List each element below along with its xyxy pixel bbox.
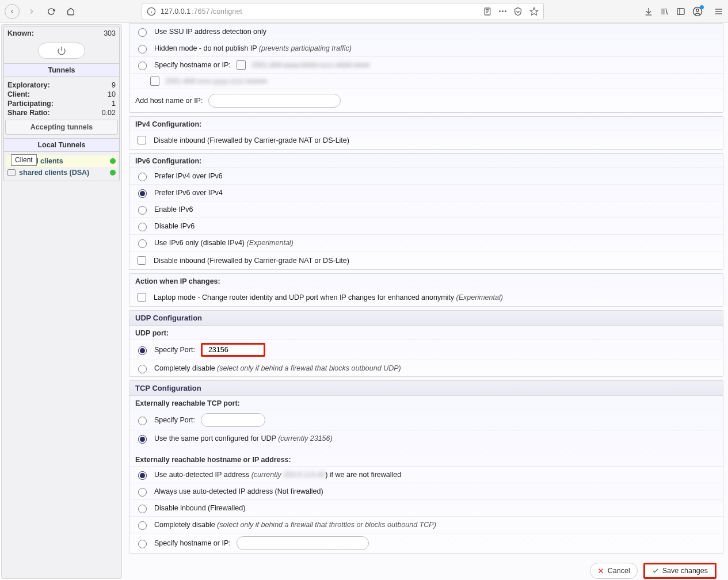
opt-enable6[interactable]: Enable IPv6 xyxy=(129,201,723,217)
save-button[interactable]: Save changes xyxy=(643,563,716,579)
tcp-ext-port-label: Externally reachable TCP port: xyxy=(129,396,723,410)
cancel-button[interactable]: Cancel xyxy=(590,563,638,579)
row-ratio: Share Ratio: 0.02 xyxy=(6,108,117,117)
reader-icon[interactable] xyxy=(483,7,492,16)
opt-tcp-always-auto[interactable]: Always use auto-detected IP address (Not… xyxy=(129,483,723,499)
add-host-input[interactable] xyxy=(208,94,341,108)
home-button[interactable] xyxy=(63,4,78,19)
local-tunnel-link-2[interactable]: shared clients (DSA) xyxy=(19,169,89,177)
status-dot-icon xyxy=(110,158,116,164)
radio-tcp-auto[interactable] xyxy=(138,471,147,480)
page-actions-icon[interactable] xyxy=(499,10,506,12)
radio-tcp-specify-port[interactable] xyxy=(138,417,147,425)
radio-tcp-same-udp[interactable] xyxy=(138,435,147,444)
bookmark-star-icon[interactable] xyxy=(529,7,539,16)
udp-heading: UDP Configuration xyxy=(129,311,723,326)
radio-tcp-disable-inbound[interactable] xyxy=(138,505,147,513)
blurred-ip: 203.0.113.42 xyxy=(283,471,325,479)
row-client: Client: 10 xyxy=(6,90,117,99)
opt-only6[interactable]: Use IPv6 only (disable IPv4) (Experiment… xyxy=(129,234,723,251)
opt-tcp-completely-disable[interactable]: Completely disable (select only if behin… xyxy=(129,516,723,533)
back-button[interactable] xyxy=(5,4,20,19)
row-exploratory: Exploratory: 9 xyxy=(6,81,117,90)
tunnel-icon xyxy=(7,169,16,176)
udp-port-input[interactable] xyxy=(201,343,265,357)
opt-udp-disable[interactable]: Completely disable (select only if behin… xyxy=(129,360,723,376)
checkbox-ipv4-disable-inbound[interactable] xyxy=(138,136,146,144)
local-tunnel-link-1[interactable]: d clients xyxy=(34,157,63,165)
radio-enable6[interactable] xyxy=(138,206,147,215)
cancel-label: Cancel xyxy=(608,567,630,575)
opt-tcp-disable-inbound[interactable]: Disable inbound (Firewalled) xyxy=(129,499,723,516)
radio-only6[interactable] xyxy=(138,239,147,248)
label-enable6: Enable IPv6 xyxy=(154,205,193,213)
sidebar: Known: 303 Tunnels Exploratory: 9 Client… xyxy=(1,24,122,579)
menu-icon[interactable] xyxy=(714,7,723,16)
radio-disable6[interactable] xyxy=(138,223,147,231)
opt-tcp-auto[interactable]: Use auto-detected IP address (currently … xyxy=(129,466,723,483)
opt-tcp-specify-host[interactable]: Specify hostname or IP: xyxy=(129,533,723,553)
opt-tcp-specify-port[interactable]: Specify Port: xyxy=(129,410,723,430)
row-participating: Participating: 1 xyxy=(6,99,117,108)
tcp-host-input[interactable] xyxy=(237,536,369,550)
section-ipv6: IPv6 Configuration: Prefer IPv4 over IPv… xyxy=(129,153,723,270)
radio-tcp-completely-disable[interactable] xyxy=(138,521,147,530)
radio-hidden-mode[interactable] xyxy=(138,45,147,54)
opt-ipv6-disable-inbound[interactable]: Disable inbound (Firewalled by Carrier-g… xyxy=(129,251,723,269)
label-tcp-specify-host: Specify hostname or IP: xyxy=(154,539,231,547)
checkbox-host1[interactable] xyxy=(237,60,246,70)
opt-disable6[interactable]: Disable IPv6 xyxy=(129,217,723,234)
status-dot-icon xyxy=(110,170,116,175)
power-button[interactable] xyxy=(38,43,85,59)
label-ssu-only: Use SSU IP address detection only xyxy=(154,28,266,36)
opt-udp-specify[interactable]: Specify Port: xyxy=(129,339,723,360)
radio-ssu-only[interactable] xyxy=(138,28,147,37)
opt-tcp-same-udp[interactable]: Use the same port configured for UDP (cu… xyxy=(129,430,723,447)
radio-tcp-always-auto[interactable] xyxy=(138,488,147,497)
opt-pref4[interactable]: Prefer IPv4 over IPv6 xyxy=(129,167,723,184)
opt-laptop-mode[interactable]: Laptop mode - Change router identity and… xyxy=(129,288,723,306)
label-tcp-auto-b: ) if we are not firewalled xyxy=(325,471,401,479)
local-tunnel-1[interactable]: Client d clients xyxy=(6,155,117,167)
opt-ssu-only[interactable]: Use SSU IP address detection only xyxy=(129,24,723,40)
known-label: Known: xyxy=(7,29,34,37)
radio-udp-specify[interactable] xyxy=(138,346,147,355)
label-tcp-auto-a: Use auto-detected IP address xyxy=(154,471,251,479)
local-tunnel-2[interactable]: shared clients (DSA) xyxy=(6,167,117,178)
reload-button[interactable] xyxy=(44,4,59,19)
sidebar-toggle-icon[interactable] xyxy=(676,7,685,16)
address-bar[interactable]: 127.0.0.1:7657/confignet xyxy=(142,3,544,20)
forward-button[interactable] xyxy=(24,4,39,19)
ipv4-heading: IPv4 Configuration: xyxy=(129,117,723,131)
blurred-host-1: 2001:db8:aaaa:bbbb:cccc:dddd:eeee xyxy=(251,61,370,69)
section-tcp: TCP Configuration Externally reachable T… xyxy=(129,380,723,554)
library-icon[interactable] xyxy=(660,7,669,16)
radio-udp-disable[interactable] xyxy=(138,365,147,373)
section-udp: UDP Configuration UDP port: Specify Port… xyxy=(129,310,723,377)
label-laptop: Laptop mode - Change router identity and… xyxy=(154,293,456,302)
opt-pref6[interactable]: Prefer IPv6 over IPv4 xyxy=(129,184,723,201)
checkbox-laptop-mode[interactable] xyxy=(138,293,146,302)
downloads-icon[interactable] xyxy=(644,7,653,16)
account-icon[interactable] xyxy=(692,6,703,17)
tcp-ext-host-label: Externally reachable hostname or IP addr… xyxy=(129,447,723,466)
pocket-icon[interactable] xyxy=(513,7,523,16)
sidebar-known-row: Known: 303 xyxy=(6,29,117,38)
save-label: Save changes xyxy=(662,567,708,575)
checkbox-host2[interactable] xyxy=(150,77,159,86)
checkbox-ipv6-disable-inbound[interactable] xyxy=(138,256,146,265)
opt-host2-row[interactable]: 2001:db8:xxxx:yyyy:zzzz:wwww xyxy=(129,73,723,89)
opt-hidden-mode[interactable]: Hidden mode - do not publish IP (prevent… xyxy=(129,40,723,56)
label-tcp-completely-disable: Completely disable xyxy=(154,521,217,529)
radio-pref4[interactable] xyxy=(138,173,147,181)
tcp-heading: TCP Configuration xyxy=(129,381,723,396)
tcp-port-input[interactable] xyxy=(201,413,265,427)
radio-pref6[interactable] xyxy=(138,189,147,198)
radio-specify-host[interactable] xyxy=(138,62,147,70)
opt-ipv4-disable-inbound[interactable]: Disable inbound (Firewalled by Carrier-g… xyxy=(129,131,723,149)
radio-tcp-specify-host[interactable] xyxy=(138,540,147,548)
opt-specify-host[interactable]: Specify hostname or IP: 2001:db8:aaaa:bb… xyxy=(129,56,723,73)
info-icon[interactable] xyxy=(147,7,156,16)
section-ip-detect: Use SSU IP address detection only Hidden… xyxy=(129,23,723,113)
svg-point-16 xyxy=(696,9,699,12)
